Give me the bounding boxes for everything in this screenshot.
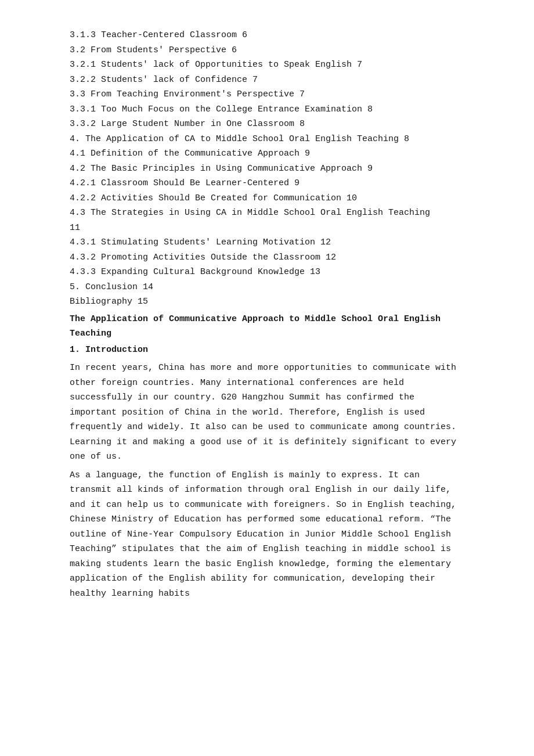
paragraph-2: As a language, the function of English i… [70, 468, 464, 602]
toc-line-16: 4.3.3 Expanding Cultural Background Know… [70, 265, 464, 280]
toc-line-12: 4.2.2 Activities Should Be Created for C… [70, 191, 464, 206]
toc-line-6: 3.3.1 Too Much Focus on the College Entr… [70, 102, 464, 117]
toc-line-2: 3.2 From Students' Perspective 6 [70, 43, 464, 58]
toc-line-14: 4.3.1 Stimulating Students' Learning Mot… [70, 235, 464, 250]
toc-line-13: 4.3 The Strategies in Using CA in Middle… [70, 206, 464, 221]
toc-line-9: 4.1 Definition of the Communicative Appr… [70, 146, 464, 161]
toc-line-17: 5. Conclusion 14 [70, 280, 464, 295]
paragraph-1: In recent years, China has more and more… [70, 361, 464, 465]
intro-heading: 1. Introduction [70, 343, 464, 358]
toc-line-11: 4.2.1 Classroom Should Be Learner-Center… [70, 176, 464, 191]
toc-line-18: Bibliography 15 [70, 294, 464, 309]
toc-line-8: 4. The Application of CA to Middle Schoo… [70, 132, 464, 147]
toc-line-7: 3.3.2 Large Student Number in One Classr… [70, 117, 464, 132]
toc-line-3: 3.2.1 Students' lack of Opportunities to… [70, 57, 464, 73]
toc-line-5: 3.3 From Teaching Environment's Perspect… [70, 87, 464, 102]
toc-line-13b: 11 [70, 221, 464, 236]
document-title: The Application of Communicative Approac… [70, 312, 464, 341]
toc-line-15: 4.3.2 Promoting Activities Outside the C… [70, 250, 464, 265]
table-of-contents: 3.1.3 Teacher-Centered Classroom 6 3.2 F… [70, 28, 464, 309]
toc-line-10: 4.2 The Basic Principles in Using Commun… [70, 161, 464, 177]
toc-line-1: 3.1.3 Teacher-Centered Classroom 6 [70, 28, 464, 43]
toc-line-4: 3.2.2 Students' lack of Confidence 7 [70, 73, 464, 88]
